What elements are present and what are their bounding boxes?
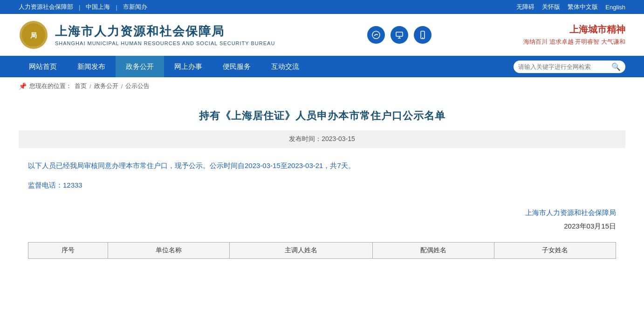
- nav-item-news[interactable]: 新闻发布: [67, 56, 116, 77]
- top-link-news[interactable]: 市新闻办: [123, 3, 147, 11]
- top-link-english[interactable]: English: [605, 4, 625, 11]
- nav-item-service[interactable]: 便民服务: [212, 56, 261, 77]
- top-link-care[interactable]: 关怀版: [542, 3, 560, 11]
- issue-date: 2023年03月15日: [28, 222, 616, 231]
- top-bar: 人力资源社会保障部 | 中国上海 | 市新闻办 无障碍 关怀版 繁体中文版 En…: [0, 0, 644, 14]
- publish-label: 发布时间：: [289, 135, 322, 142]
- top-bar-right: 无障碍 关怀版 繁体中文版 English: [516, 3, 625, 11]
- slogan-title: 上海城市精神: [523, 23, 625, 36]
- weibo-icon[interactable]: [367, 26, 385, 44]
- breadcrumb-affairs[interactable]: 政务公开: [94, 82, 118, 90]
- nav-bar: 网站首页 新闻发布 政务公开 网上办事 便民服务 互动交流 🔍: [0, 56, 644, 77]
- article-body: 以下人员已经我局审核同意办理本市常住户口，现予公示。公示时间自2023-03-1…: [19, 159, 625, 259]
- breadcrumb-sep2: /: [121, 83, 123, 90]
- col-header-seq: 序号: [28, 243, 108, 259]
- logo-text: 上海市人力资源和社会保障局 SHANGHAI MUNICIPAL HUMAN R…: [55, 23, 275, 46]
- col-header-main: 主调人姓名: [230, 243, 372, 259]
- breadcrumb: 📌 您现在的位置： 首页 / 政务公开 / 公示公告: [0, 77, 644, 95]
- top-link-shanghai[interactable]: 中国上海: [86, 3, 110, 11]
- breadcrumb-home[interactable]: 首页: [75, 82, 87, 90]
- header-icons: [367, 26, 432, 44]
- issuer: 上海市人力资源和社会保障局: [28, 209, 616, 217]
- logo-seal-icon: 局: [19, 20, 48, 50]
- phone-number: 12333: [63, 181, 82, 189]
- search-icon[interactable]: 🔍: [611, 62, 621, 71]
- svg-point-3: [372, 31, 380, 39]
- top-bar-left: 人力资源社会保障部 | 中国上海 | 市新闻办: [19, 3, 147, 11]
- page-title: 持有《上海居住证》人员申办本市常住户口公示名单: [19, 109, 625, 123]
- location-icon: 📌: [19, 82, 27, 90]
- article-intro: 以下人员已经我局审核同意办理本市常住户口，现予公示。公示时间自2023-03-1…: [28, 159, 616, 172]
- nav-item-home[interactable]: 网站首页: [19, 56, 67, 77]
- col-header-unit: 单位名称: [108, 243, 229, 259]
- breadcrumb-current: 公示公告: [125, 82, 150, 90]
- breadcrumb-label: 您现在的位置：: [29, 82, 72, 90]
- publish-date-bar: 发布时间：2023-03-15: [19, 130, 625, 148]
- slogan-subtitle: 海纳百川 追求卓越 开明睿智 大气谦和: [523, 38, 625, 46]
- header: 局 上海市人力资源和社会保障局 SHANGHAI MUNICIPAL HUMAN…: [0, 14, 644, 56]
- col-header-child: 子女姓名: [494, 243, 616, 259]
- nav-item-affairs[interactable]: 政务公开: [116, 56, 164, 77]
- data-table: 序号 单位名称 主调人姓名 配偶姓名 子女姓名: [28, 242, 616, 259]
- content-area: 持有《上海居住证》人员申办本市常住户口公示名单 发布时间：2023-03-15 …: [0, 95, 644, 268]
- top-link-mhrss[interactable]: 人力资源社会保障部: [19, 3, 73, 11]
- top-link-traditional[interactable]: 繁体中文版: [568, 3, 598, 11]
- sep1: |: [79, 4, 80, 11]
- nav-item-online[interactable]: 网上办事: [164, 56, 212, 77]
- supervisor-label: 监督电话：: [28, 181, 63, 189]
- svg-rect-5: [396, 32, 403, 36]
- sep2: |: [116, 4, 117, 11]
- search-input[interactable]: [518, 63, 611, 70]
- supervisor-phone: 监督电话：12333: [28, 181, 616, 190]
- svg-point-4: [375, 34, 376, 35]
- col-header-spouse: 配偶姓名: [372, 243, 494, 259]
- nav-search: 🔍: [514, 61, 625, 73]
- svg-text:局: 局: [30, 32, 37, 39]
- org-name-en: SHANGHAI MUNICIPAL HUMAN RESOURCES AND S…: [55, 40, 275, 46]
- header-slogan: 上海城市精神 海纳百川 追求卓越 开明睿智 大气谦和: [523, 23, 625, 46]
- header-left: 局 上海市人力资源和社会保障局 SHANGHAI MUNICIPAL HUMAN…: [19, 20, 275, 50]
- breadcrumb-sep1: /: [89, 83, 91, 90]
- svg-point-9: [422, 37, 423, 38]
- mobile-icon[interactable]: [414, 26, 432, 44]
- nav-item-interact[interactable]: 互动交流: [261, 56, 309, 77]
- org-name-zh: 上海市人力资源和社会保障局: [55, 23, 275, 40]
- table-header-row: 序号 单位名称 主调人姓名 配偶姓名 子女姓名: [28, 243, 616, 259]
- publish-date: 2023-03-15: [322, 135, 355, 142]
- monitor-icon[interactable]: [391, 26, 408, 44]
- top-link-accessible[interactable]: 无障碍: [516, 3, 534, 11]
- nav-items: 网站首页 新闻发布 政务公开 网上办事 便民服务 互动交流: [19, 56, 309, 77]
